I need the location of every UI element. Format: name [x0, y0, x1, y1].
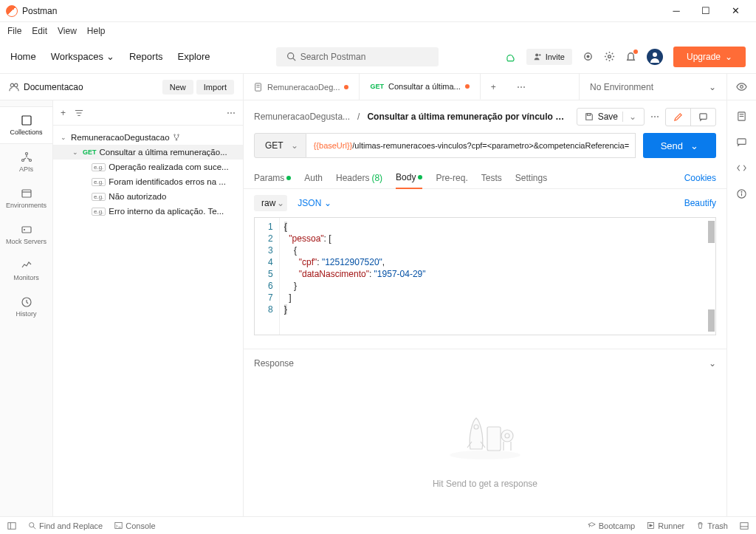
view-toggle — [665, 108, 716, 126]
scrollbar-thumb[interactable] — [708, 309, 715, 332]
more-options[interactable]: ⋯ — [650, 112, 659, 122]
minimize-button[interactable]: ─ — [662, 5, 691, 16]
tree-request[interactable]: ⌄ GET Consultar a última remuneração... — [53, 145, 243, 160]
nav-explore[interactable]: Explore — [178, 51, 210, 62]
runner[interactable]: Runner — [647, 521, 684, 530]
new-button[interactable]: New — [162, 80, 193, 95]
body-lang-selector[interactable]: JSON⌄ — [298, 198, 331, 208]
more-button[interactable]: ⋯ — [227, 108, 236, 118]
tab-label: RemuneracaoDeg... — [267, 83, 340, 92]
tab-settings[interactable]: Settings — [515, 168, 547, 188]
svg-point-7 — [653, 52, 657, 57]
tab-headers[interactable]: Headers (8) — [336, 168, 382, 188]
import-button[interactable]: Import — [196, 80, 234, 95]
tree-example[interactable]: e.g.Erro interno da aplicação. Te... — [53, 204, 243, 219]
chevron-down-icon: ⌄ — [72, 148, 80, 156]
rail-environments[interactable]: Environments — [0, 180, 52, 216]
tab-remuneracao[interactable]: RemuneracaoDeg... — [244, 74, 360, 100]
svg-rect-29 — [587, 114, 590, 116]
settings-icon[interactable] — [604, 51, 615, 62]
body-type-selector[interactable]: raw — [254, 195, 287, 211]
rail-monitors[interactable]: Monitors — [0, 253, 52, 289]
menu-file[interactable]: File — [7, 26, 21, 36]
svg-point-27 — [177, 134, 179, 136]
comments-icon[interactable] — [736, 137, 747, 148]
send-button[interactable]: Send⌄ — [643, 133, 716, 158]
tab-options[interactable]: ⋯ — [506, 82, 536, 92]
new-tab-button[interactable]: + — [481, 82, 506, 92]
method-selector[interactable]: GET — [254, 133, 306, 158]
menu-edit[interactable]: Edit — [32, 26, 47, 36]
rail-collections[interactable]: Collections — [0, 106, 52, 144]
history-icon — [21, 296, 32, 308]
avatar[interactable] — [647, 49, 663, 65]
nav-workspaces[interactable]: Workspaces⌄ — [51, 51, 114, 62]
rail-mock[interactable]: Mock Servers — [0, 216, 52, 253]
breadcrumb-parent[interactable]: RemuneracaoDegusta... — [254, 112, 350, 122]
tab-tests[interactable]: Tests — [481, 168, 502, 188]
rail-history[interactable]: History — [0, 289, 52, 325]
body-toolbar: raw JSON⌄ Beautify — [244, 189, 726, 217]
code-content[interactable]: { "pessoa": [ { "cpf": "12512907520", "d… — [280, 218, 715, 335]
bootcamp[interactable]: Bootcamp — [588, 521, 636, 530]
maximize-button[interactable]: ☐ — [691, 5, 721, 16]
tree-example[interactable]: e.g.Foram identificados erros na ... — [53, 174, 243, 189]
workspace-title[interactable]: Documentacao — [9, 82, 159, 92]
rail-apis[interactable]: APIs — [0, 144, 52, 180]
search-input[interactable]: Search Postman — [276, 47, 439, 66]
env-preview-icon[interactable] — [726, 74, 756, 100]
url-input[interactable]: {{baseUrl}}/ultimas-remuneracoes-vinculo… — [306, 133, 636, 158]
filter-button[interactable] — [75, 109, 83, 117]
add-button[interactable]: + — [61, 108, 66, 118]
env-label: No Environment — [590, 82, 653, 92]
environment-selector[interactable]: No Environment ⌄ — [579, 74, 726, 100]
cookies-link[interactable]: Cookies — [684, 173, 716, 183]
scrollbar-thumb[interactable] — [708, 221, 715, 243]
svg-rect-39 — [738, 139, 746, 145]
modified-dot — [465, 84, 470, 89]
capture-icon[interactable] — [583, 51, 594, 62]
find-replace[interactable]: Find and Replace — [28, 521, 103, 530]
beautify-button[interactable]: Beautify — [684, 198, 716, 208]
comment-view-button[interactable] — [691, 109, 715, 126]
tree-example[interactable]: e.g.Operação realizada com suce... — [53, 160, 243, 174]
sidebar-toggle[interactable] — [7, 521, 16, 530]
upgrade-button[interactable]: Upgrade⌄ — [673, 47, 746, 67]
documentation-icon[interactable] — [736, 111, 747, 122]
save-button[interactable]: Save ⌄ — [577, 108, 645, 126]
statusbar: Find and Replace Console Bootcamp Runner… — [0, 516, 756, 534]
left-rail: Collections APIs Environments Mock Serve… — [0, 100, 53, 516]
nav-home[interactable]: Home — [10, 51, 36, 62]
tree-collection[interactable]: ⌄ RemuneracaoDegustacao — [53, 130, 243, 145]
tree-example[interactable]: e.g.Não autorizado — [53, 189, 243, 204]
chevron-down-icon[interactable]: ⌄ — [709, 358, 716, 369]
tab-prereq[interactable]: Pre-req. — [436, 168, 467, 188]
close-button[interactable]: ✕ — [721, 5, 750, 16]
info-icon[interactable] — [736, 188, 747, 199]
notifications-icon[interactable] — [625, 51, 636, 62]
tab-params[interactable]: Params — [254, 168, 291, 188]
code-icon[interactable] — [736, 162, 747, 174]
search-placeholder: Search Postman — [300, 52, 366, 62]
nav-reports[interactable]: Reports — [129, 51, 163, 62]
search-icon — [286, 52, 296, 61]
panel-toggle[interactable] — [740, 521, 749, 530]
rocket-illustration — [444, 405, 526, 464]
console[interactable]: Console — [114, 521, 155, 530]
svg-line-46 — [33, 527, 35, 529]
tab-body[interactable]: Body — [396, 167, 422, 189]
trash[interactable]: Trash — [696, 521, 728, 530]
tab-consultar[interactable]: GET Consultar a última... — [360, 74, 480, 100]
tab-auth[interactable]: Auth — [304, 168, 323, 188]
example-badge: e.g. — [92, 208, 106, 216]
body-editor[interactable]: 12345678 { "pessoa": [ { "cpf": "1251290… — [254, 217, 716, 335]
menu-help[interactable]: Help — [87, 26, 106, 36]
edit-view-button[interactable] — [666, 109, 691, 126]
sync-icon[interactable] — [504, 52, 516, 62]
svg-point-13 — [740, 86, 743, 89]
menu-view[interactable]: View — [58, 26, 77, 36]
svg-point-21 — [24, 230, 24, 230]
main: Collections APIs Environments Mock Serve… — [0, 100, 756, 516]
invite-button[interactable]: Invite — [526, 49, 572, 65]
svg-point-0 — [287, 53, 293, 59]
